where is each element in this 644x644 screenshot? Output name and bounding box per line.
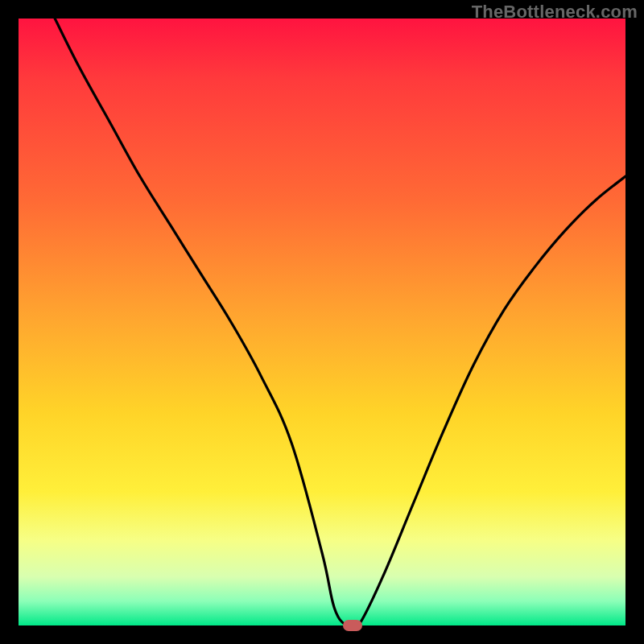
- watermark-text: TheBottleneck.com: [472, 2, 638, 23]
- plot-area: [19, 19, 625, 625]
- curve-svg: [19, 19, 625, 625]
- bottleneck-curve: [55, 19, 625, 630]
- chart-frame: TheBottleneck.com: [0, 0, 644, 644]
- optimum-marker: [343, 620, 362, 631]
